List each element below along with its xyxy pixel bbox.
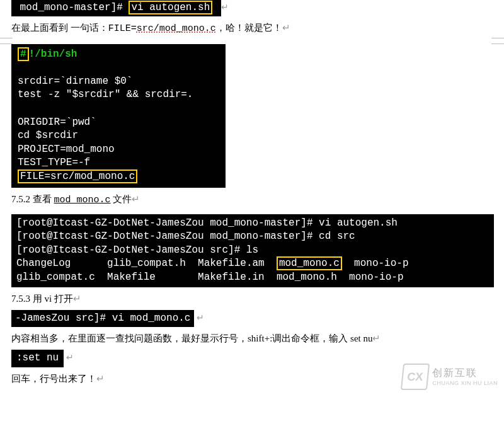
terminal-line-vi-open: -JamesZou src]# vi mod_mono.c↵ xyxy=(11,310,493,328)
ls-row-1: ChangeLog glib_compat.h Makefile.am mod_… xyxy=(16,256,409,270)
paragraph-intro: 在最上面看到 一句话：FILE=src/mod_mono.c，哈！就是它！↵ xyxy=(11,20,493,37)
page-margin-marker-right xyxy=(491,38,504,44)
watermark-text-en: CHUANG XIN HU LIAN xyxy=(432,380,498,386)
ls-row-2: glib_compat.c Makefile Makefile.in mod_m… xyxy=(16,272,404,283)
terminal-line-top: mod_mono-master]# vi autogen.sh ↵ xyxy=(11,0,493,16)
heading-753: 7.5.3 用 vi 打开↵ xyxy=(11,291,493,306)
autogen-script-block: #!/bin/sh srcdir=`dirname $0` test -z "$… xyxy=(11,44,226,188)
watermark-logo-icon: CX xyxy=(401,364,430,390)
return-mark: ↵ xyxy=(221,2,229,12)
shebang-hash: # xyxy=(18,47,29,61)
watermark: CX 创新互联 CHUANG XIN HU LIAN xyxy=(402,364,498,390)
highlighted-file-line: FILE=src/mod_mono.c xyxy=(18,169,137,183)
page-margin-marker-left xyxy=(0,38,13,44)
paragraph-setnu-instruction: 内容相当多，在里面逐一查找问题函数，最好显示行号，shift+:调出命令框，输入… xyxy=(11,331,493,346)
highlighted-cmd: vi autogen.sh xyxy=(129,1,212,14)
watermark-text-cn: 创新互联 xyxy=(432,367,498,380)
heading-752: 7.5.2 查看 mod_mono.c 文件↵ xyxy=(11,192,493,208)
highlighted-file-modmono: mod_mono.c xyxy=(277,256,342,270)
prompt-prefix: mod_mono-master]# xyxy=(14,2,129,13)
ls-output-block: [root@Itcast-GZ-DotNet-JamesZou mod_mono… xyxy=(11,214,494,287)
